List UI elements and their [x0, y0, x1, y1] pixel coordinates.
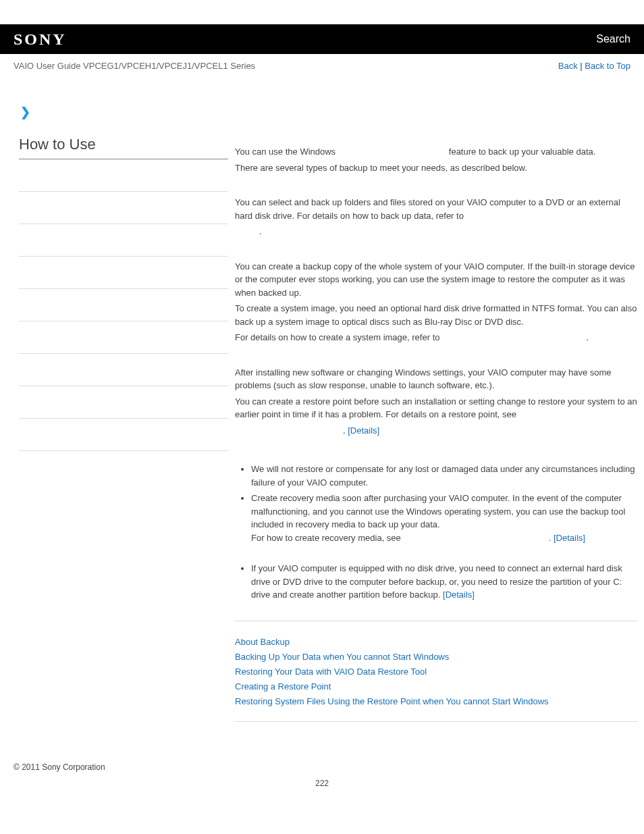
note-item-3: If your VAIO computer is equipped with n…	[251, 562, 637, 602]
sidebar-item[interactable]	[19, 257, 228, 289]
sidebar-item[interactable]	[19, 289, 228, 321]
note-item-1: We will not restore or compensate for an…	[251, 463, 637, 489]
back-to-top-link[interactable]: Back to Top	[585, 61, 630, 71]
search-link[interactable]: Search	[596, 33, 630, 45]
divider	[235, 721, 637, 722]
sidebar-item[interactable]	[19, 386, 228, 419]
content-area: ❯ How to Use You can use the Windows Bac…	[0, 105, 644, 735]
details-link-restore-point[interactable]: [Details]	[348, 425, 379, 436]
sidebar-heading: How to Use	[19, 136, 228, 159]
top-bar: SONY Search	[0, 24, 644, 54]
system-image-p1: You can create a backup copy of the whol…	[235, 260, 637, 300]
related-topics: About Backup Backing Up Your Data when Y…	[235, 635, 637, 709]
restore-point-p1: After installing new software or changin…	[235, 366, 637, 392]
divider	[235, 621, 637, 621]
intro-text-b: feature to back up your valuable data.	[449, 147, 596, 157]
intro-text-a: You can use the Windows	[235, 147, 338, 157]
sidebar-item[interactable]	[19, 224, 228, 257]
guide-title: VAIO User Guide VPCEG1/VPCEH1/VPCEJ1/VPC…	[14, 61, 255, 71]
backup-files-paragraph: You can select and back up folders and f…	[235, 196, 637, 222]
sub-bar: VAIO User Guide VPCEG1/VPCEH1/VPCEJ1/VPC…	[0, 54, 644, 78]
intro-paragraph: You can use the Windows Backup and Resto…	[235, 145, 637, 159]
nav-links: Back | Back to Top	[558, 61, 630, 71]
sidebar-item[interactable]	[19, 321, 228, 354]
details-link-partition[interactable]: [Details]	[443, 590, 475, 600]
system-image-p2: To create a system image, you need an op…	[235, 302, 637, 328]
notes-list-2: If your VAIO computer is equipped with n…	[235, 562, 637, 602]
sidebar: ❯ How to Use	[19, 105, 228, 735]
related-link-vaio-restore-tool[interactable]: Restoring Your Data with VAIO Data Resto…	[235, 664, 637, 679]
details-link-recovery-media[interactable]: [Details]	[554, 533, 585, 543]
copyright-text: © 2011 Sony Corporation	[14, 762, 105, 772]
note-item-2: Create recovery media soon after purchas…	[251, 492, 637, 544]
back-link[interactable]: Back	[558, 61, 578, 71]
restore-point-p2: You can create a restore point before su…	[235, 395, 637, 421]
footer: © 2011 Sony Corporation 222	[0, 735, 644, 802]
sidebar-item[interactable]	[19, 419, 228, 451]
main-content: You can use the Windows Backup and Resto…	[228, 105, 637, 735]
sony-logo: SONY	[14, 30, 67, 49]
backup-files-end: .	[235, 225, 637, 238]
intro-paragraph-2: There are several types of backup to mee…	[235, 161, 637, 175]
related-link-about-backup[interactable]: About Backup	[235, 635, 637, 650]
page-number: 222	[14, 779, 630, 788]
related-link-backup-no-windows[interactable]: Backing Up Your Data when You cannot Sta…	[235, 650, 637, 664]
restore-point-details-line: . [Details]	[235, 424, 637, 438]
sidebar-item[interactable]	[19, 354, 228, 386]
related-link-create-restore-point[interactable]: Creating a Restore Point	[235, 679, 637, 694]
sidebar-item[interactable]	[19, 159, 228, 192]
system-image-p3: For details on how to create a system im…	[235, 331, 637, 344]
sidebar-item[interactable]	[19, 192, 228, 224]
related-link-restore-system-files[interactable]: Restoring System Files Using the Restore…	[235, 694, 637, 709]
notes-list-1: We will not restore or compensate for an…	[235, 463, 637, 544]
chevron-right-icon: ❯	[20, 105, 228, 120]
